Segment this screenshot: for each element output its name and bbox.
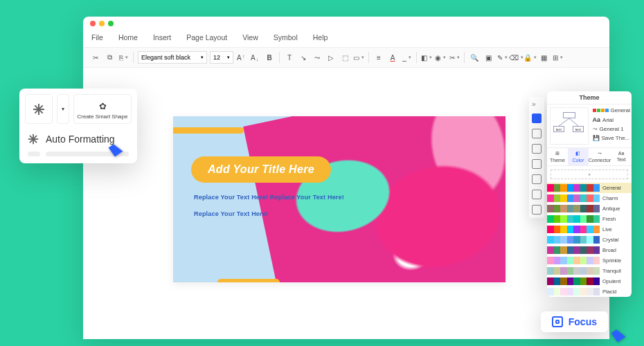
- vt-outline-icon[interactable]: [532, 159, 542, 169]
- shadow-icon[interactable]: ◉: [435, 52, 446, 63]
- cursor-icon-2: [611, 327, 626, 342]
- theme-opt-general[interactable]: General: [593, 107, 630, 113]
- vt-history-icon[interactable]: [532, 174, 542, 184]
- auto-format-trigger[interactable]: [25, 94, 53, 124]
- side-toolbar: »: [529, 97, 544, 218]
- fill-color-icon[interactable]: ◧: [421, 52, 432, 63]
- menu-view[interactable]: View: [242, 33, 258, 42]
- increase-font-icon[interactable]: A↑: [236, 52, 247, 63]
- theme-tab-color[interactable]: ◧Color: [568, 148, 589, 165]
- align-left-icon[interactable]: ≡: [373, 52, 384, 63]
- menu-home[interactable]: Home: [118, 33, 138, 42]
- svg-text:A: A: [251, 54, 256, 62]
- palette-row-opulent[interactable]: Opulent: [547, 276, 632, 286]
- focus-button[interactable]: Focus: [541, 311, 608, 332]
- theme-opt-save[interactable]: 💾Save The...: [593, 135, 630, 141]
- palette-row-antique[interactable]: Antique: [547, 203, 632, 214]
- accent-bar-bottom: [217, 279, 280, 282]
- pen-icon[interactable]: ✎: [497, 52, 508, 63]
- minimize-window-button[interactable]: [99, 21, 105, 26]
- palette-row-tranquil[interactable]: Tranquil: [547, 266, 632, 276]
- vt-theme-icon[interactable]: [532, 113, 542, 123]
- slide-subtext-2[interactable]: Replace Your Text Here!: [194, 210, 268, 217]
- theme-preview[interactable]: text text: [550, 107, 589, 145]
- slide-subtext-1[interactable]: Replace Your Text Here! Replace Your Tex…: [194, 194, 344, 201]
- add-theme-button[interactable]: +: [551, 170, 628, 179]
- theme-tab-theme[interactable]: ⊞Theme: [547, 148, 568, 165]
- theme-opt-line[interactable]: ⤳General 1: [593, 126, 630, 132]
- auto-format-dropdown[interactable]: ▾: [57, 94, 69, 124]
- vt-layers-icon[interactable]: [532, 129, 542, 138]
- svg-text:↓: ↓: [256, 57, 259, 62]
- image-icon[interactable]: ▣: [483, 52, 494, 63]
- font-select[interactable]: Elegant soft black▾: [138, 51, 207, 64]
- vt-comment-icon[interactable]: [532, 190, 542, 199]
- font-size-select[interactable]: 12▾: [210, 51, 233, 64]
- palette-row-general[interactable]: General: [547, 183, 632, 193]
- zoom-icon[interactable]: 🔍: [469, 52, 480, 63]
- create-smart-shape-button[interactable]: ✿ Create Smart Shape: [73, 94, 132, 124]
- cut-icon[interactable]: ✂: [90, 52, 101, 63]
- palette-row-placid[interactable]: Placid: [547, 286, 632, 297]
- group-icon[interactable]: ⊞: [552, 52, 563, 63]
- palette-row-sprinkle[interactable]: Sprinkle: [547, 255, 632, 266]
- menu-file[interactable]: File: [91, 33, 103, 42]
- palette-row-charm[interactable]: Charm: [547, 193, 632, 203]
- menu-page-layout[interactable]: Page Layout: [186, 33, 227, 42]
- menu-insert[interactable]: Insert: [153, 33, 171, 42]
- font-color-icon[interactable]: A: [387, 52, 398, 63]
- grid-icon[interactable]: ▦: [538, 52, 549, 63]
- layers-icon[interactable]: ⬚: [339, 52, 350, 63]
- vt-page-icon[interactable]: [532, 144, 542, 154]
- accent-bar-top: [173, 127, 244, 134]
- smart-shape-popover: ▾ ✿ Create Smart Shape Auto Formatting: [19, 89, 137, 163]
- close-window-button[interactable]: [90, 21, 96, 26]
- focus-icon: [552, 316, 563, 327]
- paste-icon[interactable]: ⎘: [118, 52, 129, 63]
- theme-tab-text[interactable]: AaText: [611, 148, 632, 165]
- shape-tool-icon[interactable]: ▭: [353, 52, 364, 63]
- palette-row-broad[interactable]: Broad: [547, 245, 632, 255]
- theme-panel: Theme text text General AaArial ⤳General…: [547, 91, 632, 297]
- palette-row-live[interactable]: Live: [547, 224, 632, 235]
- pointer-tool-icon[interactable]: ▷: [325, 52, 337, 63]
- auto-formatting-row[interactable]: Auto Formatting: [25, 128, 132, 150]
- menu-symbol[interactable]: Symbol: [274, 33, 298, 42]
- palette-row-crystal[interactable]: Crystal: [547, 235, 632, 245]
- bold-icon[interactable]: B: [264, 52, 275, 63]
- decrease-font-icon[interactable]: A↓: [250, 52, 261, 63]
- lock-icon[interactable]: 🔒: [524, 52, 535, 63]
- connector-tool-icon[interactable]: ⤳: [312, 52, 323, 63]
- crop-icon[interactable]: ✂: [449, 52, 460, 63]
- expand-icon[interactable]: »: [532, 100, 542, 108]
- menu-help[interactable]: Help: [313, 33, 328, 42]
- toolbar: ✂ ⧉ ⎘ Elegant soft black▾ 12▾ A↑ A↓ B T …: [83, 47, 609, 68]
- vt-settings-icon[interactable]: [532, 205, 542, 215]
- window-controls: [83, 17, 609, 29]
- line-tool-icon[interactable]: ↘: [298, 52, 309, 63]
- maximize-window-button[interactable]: [108, 21, 114, 26]
- theme-opt-font[interactable]: AaArial: [593, 116, 630, 123]
- svg-text:↑: ↑: [242, 54, 245, 59]
- palette-list: GeneralCharmAntiqueFreshLiveCrystalBroad…: [547, 183, 632, 297]
- menu-bar: File Home Insert Page Layout View Symbol…: [83, 29, 609, 47]
- line-style-icon[interactable]: ⎯: [401, 52, 412, 63]
- slide-title[interactable]: Add Your Title Here: [191, 156, 331, 183]
- palette-row-fresh[interactable]: Fresh: [547, 214, 632, 224]
- eraser-icon[interactable]: ⌫: [510, 52, 521, 63]
- theme-panel-title: Theme: [547, 91, 632, 104]
- theme-tab-connector[interactable]: ⤳Connector: [589, 148, 611, 165]
- copy-icon[interactable]: ⧉: [104, 52, 115, 63]
- slide[interactable]: Add Your Title Here Replace Your Text He…: [173, 116, 506, 282]
- svg-text:A: A: [237, 54, 242, 62]
- text-tool-icon[interactable]: T: [284, 52, 295, 63]
